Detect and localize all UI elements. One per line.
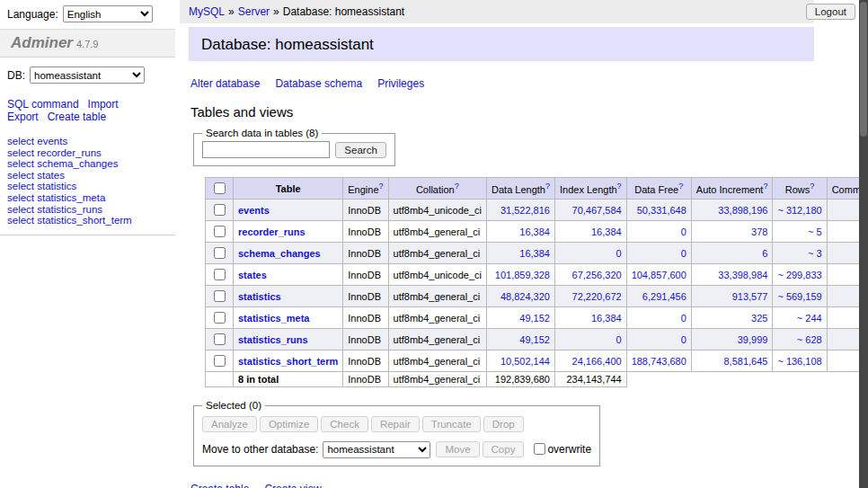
index-length-link[interactable]: 16,384 <box>591 226 622 237</box>
data-free-link[interactable]: 0 <box>681 226 686 237</box>
row-checkbox[interactable] <box>214 290 226 302</box>
data-length-link[interactable]: 16,384 <box>519 248 550 259</box>
logout-button[interactable]: Logout <box>806 4 855 20</box>
auto-increment-link[interactable]: 8,581,645 <box>723 356 767 367</box>
data-free-link[interactable]: 0 <box>681 248 686 259</box>
sidebar-action-link[interactable]: Create table <box>48 111 106 123</box>
data-free-link[interactable]: 0 <box>681 313 686 324</box>
breadcrumb-link[interactable]: Server <box>238 5 270 18</box>
row-checkbox[interactable] <box>214 226 226 237</box>
table-name-link[interactable]: recorder_runs <box>238 226 306 237</box>
db-action-link[interactable]: Privileges <box>377 77 424 90</box>
auto-increment-link[interactable]: 325 <box>751 313 767 324</box>
table-select-link[interactable]: select <box>7 181 34 191</box>
table-name-link[interactable]: statistics_meta <box>238 313 310 324</box>
data-length-link[interactable]: 48,824,320 <box>500 291 550 302</box>
table-link[interactable]: states <box>37 170 65 181</box>
breadcrumb-link[interactable]: MySQL <box>189 5 225 18</box>
table-name-link[interactable]: schema_changes <box>238 248 321 259</box>
sidebar-action-link[interactable]: Import <box>88 98 119 111</box>
db-select[interactable]: homeassistant <box>30 67 145 84</box>
scrollbar-thumb[interactable] <box>860 2 867 137</box>
rows-count-link[interactable]: ~ 244 <box>797 313 822 324</box>
row-checkbox[interactable] <box>214 247 226 259</box>
overwrite-checkbox[interactable] <box>534 443 545 455</box>
language-select[interactable]: English <box>63 5 153 22</box>
data-length-link[interactable]: 31,522,816 <box>500 205 550 216</box>
rows-count-link[interactable]: ~ 5 <box>808 226 822 237</box>
help-icon[interactable]: ? <box>455 182 459 191</box>
help-icon[interactable]: ? <box>810 182 814 191</box>
data-free-link[interactable]: 0 <box>681 334 686 345</box>
row-checkbox[interactable] <box>214 269 226 280</box>
create-link[interactable]: Create table <box>190 483 249 488</box>
table-link[interactable]: recorder_runs <box>37 147 102 158</box>
table-link[interactable]: statistics_meta <box>37 192 105 203</box>
auto-increment-link[interactable]: 39,999 <box>738 334 768 345</box>
check-button[interactable]: Check <box>321 416 368 432</box>
rows-count-link[interactable]: ~ 136,108 <box>777 356 821 367</box>
db-action-link[interactable]: Database schema <box>275 77 362 90</box>
auto-increment-link[interactable]: 378 <box>751 226 767 237</box>
table-select-link[interactable]: select <box>7 170 34 181</box>
index-length-link[interactable]: 67,256,320 <box>572 270 622 280</box>
table-link[interactable]: statistics_short_term <box>37 215 131 226</box>
table-select-link[interactable]: select <box>7 204 34 215</box>
index-length-link[interactable]: 70,467,584 <box>572 205 622 216</box>
table-name-link[interactable]: statistics <box>238 291 281 302</box>
data-free-link[interactable]: 50,331,648 <box>637 205 686 216</box>
help-icon[interactable]: ? <box>379 182 384 191</box>
adminer-logo[interactable]: Adminer <box>11 34 73 51</box>
index-length-link[interactable]: 0 <box>616 248 622 259</box>
index-length-link[interactable]: 0 <box>616 334 622 345</box>
table-link[interactable]: events <box>37 136 67 146</box>
data-length-link[interactable]: 16,384 <box>519 226 550 237</box>
rows-count-link[interactable]: ~ 569,159 <box>777 291 821 302</box>
table-name-link[interactable]: statistics_runs <box>238 334 308 345</box>
table-name-link[interactable]: events <box>238 205 270 216</box>
create-link[interactable]: Create view <box>264 483 321 488</box>
data-length-link[interactable]: 49,152 <box>519 334 550 345</box>
move-button[interactable]: Move <box>436 441 479 457</box>
auto-increment-link[interactable]: 6 <box>762 248 767 259</box>
table-select-link[interactable]: select <box>7 136 34 146</box>
data-length-link[interactable]: 101,859,328 <box>495 270 550 280</box>
sidebar-action-link[interactable]: Export <box>7 111 39 123</box>
index-length-link[interactable]: 72,220,672 <box>572 291 622 302</box>
auto-increment-link[interactable]: 33,898,196 <box>718 205 767 216</box>
data-free-link[interactable]: 6,291,456 <box>642 291 686 302</box>
row-checkbox[interactable] <box>214 312 226 324</box>
table-select-link[interactable]: select <box>7 147 34 158</box>
search-input[interactable] <box>202 141 330 158</box>
table-name-link[interactable]: statistics_short_term <box>238 356 338 367</box>
row-checkbox[interactable] <box>214 204 226 216</box>
row-checkbox[interactable] <box>214 333 226 345</box>
index-length-link[interactable]: 24,166,400 <box>572 356 622 367</box>
auto-increment-link[interactable]: 913,577 <box>732 291 768 302</box>
data-length-link[interactable]: 10,502,144 <box>500 356 550 367</box>
index-length-link[interactable]: 16,384 <box>591 313 622 324</box>
table-link[interactable]: statistics_runs <box>37 204 102 215</box>
rows-count-link[interactable]: ~ 299,833 <box>777 270 821 280</box>
help-icon[interactable]: ? <box>545 182 550 191</box>
table-name-link[interactable]: states <box>238 270 267 280</box>
table-select-link[interactable]: select <box>7 192 34 203</box>
data-free-link[interactable]: 104,857,600 <box>632 270 686 280</box>
help-icon[interactable]: ? <box>617 182 622 191</box>
auto-increment-link[interactable]: 33,398,984 <box>718 270 767 280</box>
analyze-button[interactable]: Analyze <box>202 416 257 432</box>
select-all-checkbox[interactable] <box>214 182 226 194</box>
table-link[interactable]: statistics <box>37 181 76 191</box>
scrollbar[interactable] <box>859 0 868 488</box>
copy-button[interactable]: Copy <box>483 441 525 457</box>
move-db-select[interactable]: homeassistant <box>323 441 430 458</box>
help-icon[interactable]: ? <box>763 182 767 191</box>
repair-button[interactable]: Repair <box>371 416 420 432</box>
table-select-link[interactable]: select <box>7 158 34 169</box>
drop-button[interactable]: Drop <box>483 416 524 432</box>
search-button[interactable]: Search <box>335 142 385 158</box>
help-icon[interactable]: ? <box>678 182 683 191</box>
rows-count-link[interactable]: ~ 3 <box>808 248 822 259</box>
truncate-button[interactable]: Truncate <box>422 416 481 432</box>
table-link[interactable]: schema_changes <box>37 158 118 169</box>
